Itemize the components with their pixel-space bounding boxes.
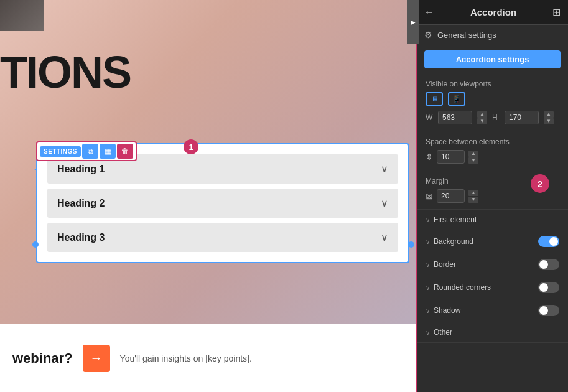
background-chevron: ∨ <box>426 238 430 245</box>
layout-button[interactable]: ▦ <box>100 144 116 159</box>
height-input[interactable] <box>505 111 539 124</box>
background-toggle[interactable] <box>538 236 559 247</box>
first-element-label: First element <box>434 215 477 224</box>
border-toggle[interactable] <box>538 259 559 270</box>
border-toggle-knob <box>539 260 548 269</box>
space-input[interactable] <box>437 150 465 164</box>
shadow-label: Shadow <box>434 306 460 315</box>
resize-handle-right[interactable] <box>408 241 414 248</box>
space-section: Space between elements ⇕ ▲ ▼ <box>417 131 568 170</box>
other-row[interactable]: ∨ Other <box>417 322 568 343</box>
space-stepper: ▲ ▼ <box>468 151 478 164</box>
width-up[interactable]: ▲ <box>477 111 487 118</box>
accordion-chevron-2: ∨ <box>381 197 388 209</box>
delete-button[interactable]: 🗑 <box>117 144 133 159</box>
collapse-bar[interactable]: ▶ <box>407 0 419 44</box>
width-input[interactable] <box>438 111 472 124</box>
dimensions-row: W ▲ ▼ H ▲ ▼ <box>426 111 559 124</box>
gear-icon: ⚙ <box>424 30 432 40</box>
viewport-section: Visible on viewports 🖥 📱 W ▲ ▼ H ▲ ▼ <box>417 73 568 131</box>
margin-icon: ⊠ <box>426 191 433 201</box>
desktop-icon[interactable]: 🖥 <box>426 92 443 106</box>
arrow-button[interactable]: → <box>83 345 110 372</box>
width-down[interactable]: ▼ <box>477 118 487 124</box>
margin-stepper: ▲ ▼ <box>468 190 478 203</box>
background-label: Background <box>434 237 473 246</box>
badge-2: 2 <box>531 174 549 193</box>
height-label: H <box>492 113 500 122</box>
rounded-toggle[interactable] <box>538 282 559 293</box>
other-label: Other <box>434 328 452 337</box>
accordion-heading-2: Heading 2 <box>57 198 105 209</box>
webinar-heading: webinar? <box>12 350 73 366</box>
border-chevron: ∨ <box>426 261 430 268</box>
width-label: W <box>426 113 433 122</box>
first-element-chevron: ∨ <box>426 217 430 223</box>
other-chevron: ∨ <box>426 329 430 336</box>
accordion-item-2[interactable]: Heading 2 ∨ <box>47 189 398 218</box>
collapse-icon: ▶ <box>411 19 416 26</box>
canvas-image <box>0 0 44 31</box>
settings-button[interactable]: SETTINGS <box>40 146 81 157</box>
viewport-label: Visible on viewports <box>426 80 559 88</box>
canvas-area: TIONS ✛ SETTINGS ⧉ ▦ 🗑 1 Heading 1 ∨ Hea… <box>0 0 416 392</box>
accordion-chevron-1: ∨ <box>381 163 388 175</box>
grid-button[interactable]: ⊞ <box>552 6 561 18</box>
general-settings-label: General settings <box>437 30 496 40</box>
rounded-toggle-knob <box>539 283 548 292</box>
margin-down[interactable]: ▼ <box>468 197 478 203</box>
rounded-label: Rounded corners <box>434 283 491 292</box>
width-stepper: ▲ ▼ <box>477 111 487 124</box>
right-panel: ← Accordion ⊞ ⚙ General settings Accordi… <box>416 0 568 392</box>
height-up[interactable]: ▲ <box>544 111 554 118</box>
shadow-toggle[interactable] <box>538 305 559 316</box>
accordion-toolbar: SETTINGS ⧉ ▦ 🗑 <box>36 141 137 161</box>
shadow-chevron: ∨ <box>426 307 430 314</box>
space-row: ⇕ ▲ ▼ <box>426 150 559 164</box>
shadow-toggle-knob <box>539 306 548 315</box>
panel-header: ← Accordion ⊞ <box>417 0 568 25</box>
margin-input[interactable] <box>437 189 465 203</box>
accordion-heading-3: Heading 3 <box>57 232 105 243</box>
duplicate-button[interactable]: ⧉ <box>82 144 98 159</box>
back-button[interactable]: ← <box>424 7 434 18</box>
space-down[interactable]: ▼ <box>468 157 478 164</box>
space-up[interactable]: ▲ <box>468 151 478 157</box>
accordion-heading-1: Heading 1 <box>57 164 105 175</box>
viewport-icons: 🖥 📱 <box>426 92 559 106</box>
badge-1: 1 <box>184 139 198 154</box>
rounded-chevron: ∨ <box>426 284 430 291</box>
webinar-description: You'll gain insights on [key points]. <box>120 353 403 363</box>
accordion-settings-tab[interactable]: Accordion settings <box>424 50 561 68</box>
accordion-item-3[interactable]: Heading 3 ∨ <box>47 223 398 252</box>
resize-handle-left[interactable] <box>32 241 39 248</box>
panel-nav: ⚙ General settings <box>417 25 568 45</box>
mobile-icon[interactable]: 📱 <box>448 92 465 106</box>
accordion-chevron-3: ∨ <box>381 231 388 243</box>
background-toggle-knob <box>549 237 558 246</box>
first-element-row[interactable]: ∨ First element <box>417 210 568 230</box>
height-stepper: ▲ ▼ <box>544 111 554 124</box>
canvas-title: TIONS <box>0 50 131 95</box>
height-down[interactable]: ▼ <box>544 118 554 124</box>
space-icon: ⇕ <box>426 152 433 162</box>
border-row[interactable]: ∨ Border <box>417 253 568 276</box>
background-row[interactable]: ∨ Background <box>417 230 568 253</box>
panel-title: Accordion <box>439 7 547 17</box>
canvas-bottom: webinar? → You'll gain insights on [key … <box>0 324 416 392</box>
space-label: Space between elements <box>426 138 559 146</box>
shadow-row[interactable]: ∨ Shadow <box>417 299 568 322</box>
margin-up[interactable]: ▲ <box>468 190 478 196</box>
rounded-corners-row[interactable]: ∨ Rounded corners <box>417 276 568 299</box>
border-label: Border <box>434 260 456 269</box>
